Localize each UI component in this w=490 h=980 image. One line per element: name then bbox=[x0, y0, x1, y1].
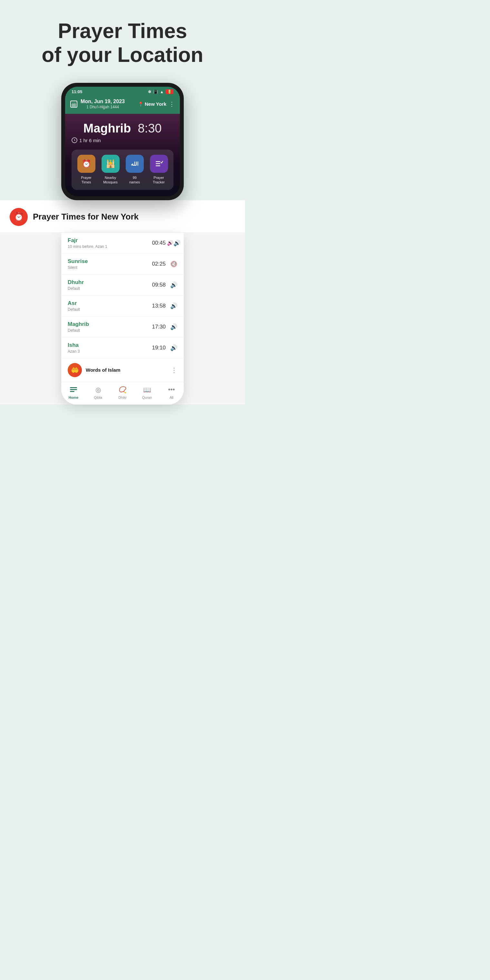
phone-screen-1: 11:05 ✲ 📳 ▲ 🔋 bbox=[65, 87, 180, 196]
nearby-mosques-label: NearbyMosques bbox=[103, 175, 118, 185]
maghrib-sound-icon[interactable]: 🔊 bbox=[170, 323, 177, 331]
wifi-icon: ▲ bbox=[160, 90, 164, 94]
prayer-row-isha[interactable]: Isha Azan 3 19:10 🔊 bbox=[61, 337, 184, 358]
nav-quran-label: Quran bbox=[142, 396, 152, 399]
names-icon: الله bbox=[126, 155, 144, 173]
nearby-mosques-icon: 🕌 bbox=[102, 155, 119, 173]
sunrise-sound-icon[interactable]: 🔇 bbox=[170, 261, 177, 267]
all-icon: ••• bbox=[167, 385, 176, 394]
header-hijri: 1 Dhu'l-Hijjah 1444 bbox=[81, 105, 125, 109]
nav-qibla-label: Qibla bbox=[94, 396, 102, 399]
countdown-clock-icon bbox=[72, 137, 77, 143]
svg-rect-4 bbox=[156, 165, 160, 166]
prayer-row-fajr[interactable]: Fajr 10 mins before, Azan 1 00:45 🔊 bbox=[61, 233, 184, 254]
location-pin-icon: 📍 bbox=[138, 102, 143, 107]
section2-title: Prayer Times for New York bbox=[33, 212, 138, 222]
battery-icon: 🔋 bbox=[166, 89, 173, 94]
current-prayer-name-time: Maghrib 8:30 bbox=[72, 121, 173, 135]
hero-section: Prayer Times of your Location 11:05 ✲ 📳 … bbox=[0, 0, 245, 200]
bluetooth-icon: ✲ bbox=[148, 90, 151, 94]
asr-sound-icon[interactable]: 🔊 bbox=[170, 302, 177, 309]
nav-dhikr-label: Dhikr bbox=[118, 396, 127, 399]
nav-all-label: All bbox=[170, 396, 173, 399]
words-more-icon[interactable]: ⋮ bbox=[171, 366, 177, 374]
more-options-icon[interactable]: ⋮ bbox=[169, 101, 175, 107]
dhikr-icon: 📿 bbox=[118, 385, 127, 394]
phone-frame-1: 11:05 ✲ 📳 ▲ 🔋 bbox=[61, 83, 184, 200]
tracker-icon bbox=[150, 155, 168, 173]
status-bar: 11:05 ✲ 📳 ▲ 🔋 bbox=[65, 87, 180, 97]
dhuhr-sound-icon[interactable]: 🔊 bbox=[170, 282, 177, 288]
prayer-display: Maghrib 8:30 1 hr 6 min bbox=[65, 114, 180, 196]
words-avatar: 🤲 bbox=[68, 363, 82, 377]
nav-quran[interactable]: 📖 Quran bbox=[135, 385, 159, 399]
vibrate-icon: 📳 bbox=[153, 90, 158, 94]
home-icon bbox=[69, 385, 78, 394]
bottom-nav: Home ◎ Qibla 📿 Dhikr 📖 Quran ••• All bbox=[61, 382, 184, 404]
prayer-row-maghrib[interactable]: Maghrib Default 17:30 🔊 bbox=[61, 317, 184, 337]
quran-icon: 📖 bbox=[143, 385, 151, 394]
names-label: 99names bbox=[129, 175, 140, 185]
action-prayer-tracker[interactable]: PrayerTracker bbox=[148, 155, 170, 185]
nav-all[interactable]: ••• All bbox=[159, 385, 184, 399]
nav-dhikr[interactable]: 📿 Dhikr bbox=[110, 385, 135, 399]
nav-qibla[interactable]: ◎ Qibla bbox=[86, 385, 110, 399]
prayer-times-label: PrayerTimes bbox=[81, 175, 91, 185]
phone-mockup-2-wrapper: Fajr 10 mins before, Azan 1 00:45 🔊 Sunr… bbox=[0, 233, 245, 404]
section2-header: ⏰ Prayer Times for New York bbox=[0, 200, 245, 233]
header-date: Mon, Jun 19, 2023 bbox=[81, 99, 125, 105]
prayer-times-section-icon: ⏰ bbox=[10, 208, 28, 226]
calendar-icon bbox=[70, 100, 77, 108]
isha-sound-icon[interactable]: 🔊 bbox=[170, 344, 177, 352]
action-99-names[interactable]: الله 99names bbox=[124, 155, 145, 185]
hero-title: Prayer Times of your Location bbox=[10, 19, 235, 67]
status-time: 11:05 bbox=[72, 89, 82, 94]
status-icons: ✲ 📳 ▲ 🔋 bbox=[148, 89, 173, 94]
action-nearby-mosques[interactable]: 🕌 NearbyMosques bbox=[100, 155, 121, 185]
phone-mockup-2: Fajr 10 mins before, Azan 1 00:45 🔊 Sunr… bbox=[61, 233, 184, 404]
prayer-countdown: 1 hr 6 min bbox=[72, 137, 173, 143]
header-right: 📍 New York ⋮ bbox=[138, 101, 175, 107]
fajr-sound-icon[interactable]: 🔊 bbox=[170, 240, 177, 247]
svg-rect-2 bbox=[156, 161, 160, 162]
nav-home[interactable]: Home bbox=[61, 385, 86, 399]
prayer-row-sunrise[interactable]: Sunrise Silent 02:25 🔇 bbox=[61, 254, 184, 275]
tracker-label: PrayerTracker bbox=[153, 175, 165, 185]
quick-actions-grid: ⏰ PrayerTimes 🕌 NearbyMosques الله 99nam… bbox=[72, 150, 173, 190]
prayer-row-asr[interactable]: Asr Default 13:58 🔊 bbox=[61, 296, 184, 317]
svg-rect-3 bbox=[156, 164, 160, 164]
words-title: Words of Islam bbox=[86, 367, 120, 373]
prayer-row-dhuhr[interactable]: Dhuhr Default 09:58 🔊 bbox=[61, 275, 184, 296]
qibla-icon: ◎ bbox=[94, 385, 102, 394]
app-header: Mon, Jun 19, 2023 1 Dhu'l-Hijjah 1444 📍 … bbox=[65, 97, 180, 114]
section2: ⏰ Prayer Times for New York Fajr 10 mins… bbox=[0, 200, 245, 404]
action-prayer-times[interactable]: ⏰ PrayerTimes bbox=[75, 155, 97, 185]
phone-mockup-1: 11:05 ✲ 📳 ▲ 🔋 bbox=[10, 83, 235, 200]
words-of-islam-row[interactable]: 🤲 Words of Islam ⋮ bbox=[61, 358, 184, 382]
prayer-times-icon: ⏰ bbox=[77, 155, 95, 173]
prayer-list: Fajr 10 mins before, Azan 1 00:45 🔊 Sunr… bbox=[61, 233, 184, 358]
location-label[interactable]: 📍 New York bbox=[138, 101, 166, 107]
nav-home-label: Home bbox=[68, 396, 79, 399]
